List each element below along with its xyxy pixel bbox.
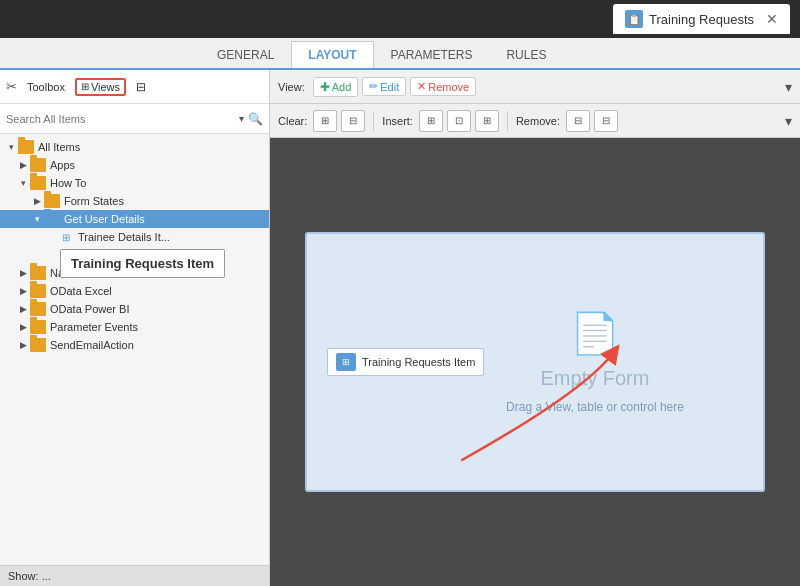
tab-title-icon: 📋 <box>625 10 643 28</box>
empty-form-title: Empty Form <box>541 367 650 390</box>
tree-item-apps[interactable]: ▶ Apps <box>0 156 269 174</box>
folder-icon-odata-power-bi <box>30 302 46 316</box>
form-canvas[interactable]: ⊞ Training Requests Item 📄 Empty Form <box>305 232 765 492</box>
expand-parameter-events[interactable]: ▶ <box>16 320 30 334</box>
tab-general[interactable]: GENERAL <box>200 41 291 68</box>
add-view-button[interactable]: ✚ Add <box>313 77 359 97</box>
expand-apps[interactable]: ▶ <box>16 158 30 172</box>
tr-item-icon: ⊞ <box>336 353 356 371</box>
left-panel: ✂ Toolbox ⊞ Views ⊟ ▾ 🔍 ▾ All Item <box>0 70 270 586</box>
folder-icon-how-to <box>30 176 46 190</box>
insert-btn-2[interactable]: ⊡ <box>447 110 471 132</box>
toolbar2-dropdown-icon[interactable]: ▾ <box>785 113 792 129</box>
tree-label-all-items: All Items <box>38 141 80 153</box>
nav-tabs: GENERAL LAYOUT PARAMETERS RULES <box>0 38 800 70</box>
expand-all-items[interactable]: ▾ <box>4 140 18 154</box>
folder-icon-parameter-events <box>30 320 46 334</box>
toolbox-label: Toolbox <box>27 81 65 93</box>
tooltip-training-requests: Training Requests Item <box>60 249 225 278</box>
layout-icon: ⊟ <box>136 80 146 94</box>
clear-label: Clear: <box>278 115 307 127</box>
view-label: View: <box>278 81 305 93</box>
remove-btn-2[interactable]: ⊟ <box>594 110 618 132</box>
toolbar-dropdown-icon[interactable]: ▾ <box>785 79 792 95</box>
view-icon-trainee: ⊞ <box>58 230 74 244</box>
tree-label-odata-excel: OData Excel <box>50 285 112 297</box>
remove-btn-1[interactable]: ⊟ <box>566 110 590 132</box>
right-panel: View: ✚ Add ✏ Edit ✕ Remove ▾ Clear: ⊞ ⊟… <box>270 70 800 586</box>
tab-rules[interactable]: RULES <box>489 41 563 68</box>
insert-btn-1[interactable]: ⊞ <box>419 110 443 132</box>
tr-item-label: Training Requests Item <box>362 356 475 368</box>
view-toolbar-2: Clear: ⊞ ⊟ Insert: ⊞ ⊡ ⊞ Remove: ⊟ ⊟ ▾ <box>270 104 800 138</box>
layout-icon-button[interactable]: ⊟ <box>130 77 152 97</box>
tree-item-trainee-details[interactable]: ⊞ Trainee Details It... <box>0 228 269 246</box>
expand-odata-excel[interactable]: ▶ <box>16 284 30 298</box>
tab-title[interactable]: 📋 Training Requests ✕ <box>613 4 790 34</box>
tree-item-get-user-details[interactable]: ▾ Get User Details <box>0 210 269 228</box>
folder-icon-get-user-details <box>44 212 60 226</box>
main-area: ✂ Toolbox ⊞ Views ⊟ ▾ 🔍 ▾ All Item <box>0 70 800 586</box>
edit-label: Edit <box>380 81 399 93</box>
tr-item-box: ⊞ Training Requests Item <box>327 348 484 376</box>
x-icon: ✕ <box>417 80 426 93</box>
folder-icon-apps <box>30 158 46 172</box>
tab-parameters[interactable]: PARAMETERS <box>374 41 490 68</box>
dropdown-icon[interactable]: ▾ <box>239 113 244 124</box>
show-bar: Show: ... <box>0 565 269 586</box>
tree-item-send-email-action[interactable]: ▶ SendEmailAction <box>0 336 269 354</box>
tree-item-parameter-events[interactable]: ▶ Parameter Events <box>0 318 269 336</box>
tree-label-trainee-details: Trainee Details It... <box>78 231 170 243</box>
expand-form-states[interactable]: ▶ <box>30 194 44 208</box>
folder-icon-send-email-action <box>30 338 46 352</box>
grid-icon: ⊞ <box>81 81 89 92</box>
toolbar-row-1: ✂ Toolbox ⊞ Views ⊟ <box>0 70 269 104</box>
tree-label-parameter-events: Parameter Events <box>50 321 138 333</box>
tree-item-odata-excel[interactable]: ▶ OData Excel <box>0 282 269 300</box>
canvas-area: ⊞ Training Requests Item 📄 Empty Form <box>270 138 800 586</box>
empty-form-content: 📄 Empty Form Drag a View, table or contr… <box>506 234 684 490</box>
expand-how-to[interactable]: ▾ <box>16 176 30 190</box>
search-icon[interactable]: 🔍 <box>248 112 263 126</box>
remove-label: Remove <box>428 81 469 93</box>
clear-btn-2[interactable]: ⊟ <box>341 110 365 132</box>
empty-form-icon: 📄 <box>570 310 620 357</box>
empty-form-hint: Drag a View, table or control here <box>506 400 684 414</box>
tab-layout[interactable]: LAYOUT <box>291 41 373 68</box>
add-label: Add <box>332 81 352 93</box>
tree-label-send-email-action: SendEmailAction <box>50 339 134 351</box>
insert-btn-3[interactable]: ⊞ <box>475 110 499 132</box>
separator-1 <box>373 111 374 131</box>
views-label: Views <box>91 81 120 93</box>
expand-nav[interactable]: ▶ <box>16 266 30 280</box>
tree-item-odata-power-bi[interactable]: ▶ OData Power BI <box>0 300 269 318</box>
toolbox-button[interactable]: Toolbox <box>21 78 71 96</box>
tree-label-form-states: Form States <box>64 195 124 207</box>
top-header: 📋 Training Requests ✕ <box>0 0 800 38</box>
expand-odata-power-bi[interactable]: ▶ <box>16 302 30 316</box>
view-toolbar-1: View: ✚ Add ✏ Edit ✕ Remove ▾ <box>270 70 800 104</box>
expand-get-user-details[interactable]: ▾ <box>30 212 44 226</box>
search-input[interactable] <box>6 113 239 125</box>
search-row: ▾ 🔍 <box>0 104 269 134</box>
clear-btn-1[interactable]: ⊞ <box>313 110 337 132</box>
plus-icon: ✚ <box>320 80 330 94</box>
expand-send-email-action[interactable]: ▶ <box>16 338 30 352</box>
folder-icon-all-items <box>18 140 34 154</box>
tab-close-button[interactable]: ✕ <box>766 11 778 27</box>
tree-item-how-to[interactable]: ▾ How To <box>0 174 269 192</box>
tree-item-training-requests[interactable]: ⊞ Training Requests... Training Requests… <box>0 246 269 264</box>
folder-icon-nav <box>30 266 46 280</box>
remove2-label: Remove: <box>516 115 560 127</box>
tree-label-get-user-details: Get User Details <box>64 213 145 225</box>
tab-title-text: Training Requests <box>649 12 754 27</box>
pencil-icon: ✏ <box>369 80 378 93</box>
edit-view-button[interactable]: ✏ Edit <box>362 77 406 96</box>
tree-container: ▾ All Items ▶ Apps ▾ How To ▶ Form State… <box>0 134 269 565</box>
tree-label-how-to: How To <box>50 177 86 189</box>
remove-view-button[interactable]: ✕ Remove <box>410 77 476 96</box>
tree-item-all-items[interactable]: ▾ All Items <box>0 138 269 156</box>
views-button[interactable]: ⊞ Views <box>75 78 126 96</box>
tree-item-form-states[interactable]: ▶ Form States <box>0 192 269 210</box>
separator-2 <box>507 111 508 131</box>
